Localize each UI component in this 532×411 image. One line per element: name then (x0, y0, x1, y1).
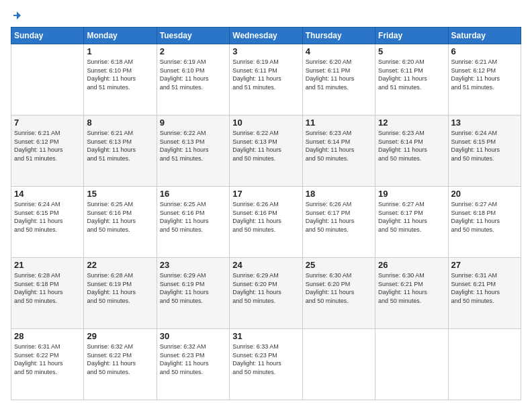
cell-info: Sunrise: 6:20 AM Sunset: 6:11 PM Dayligh… (378, 58, 445, 91)
header-day-tuesday: Tuesday (157, 28, 229, 44)
cell-info: Sunrise: 6:21 AM Sunset: 6:12 PM Dayligh… (14, 129, 81, 163)
cell-info: Sunrise: 6:30 AM Sunset: 6:21 PM Dayligh… (378, 271, 445, 305)
cell-info: Sunrise: 6:29 AM Sunset: 6:19 PM Dayligh… (160, 271, 226, 305)
cell-info: Sunrise: 6:21 AM Sunset: 6:13 PM Dayligh… (87, 129, 153, 163)
calendar-cell: 31Sunrise: 6:33 AM Sunset: 6:23 PM Dayli… (230, 329, 302, 400)
calendar-cell: 9Sunrise: 6:22 AM Sunset: 6:13 PM Daylig… (157, 116, 229, 187)
calendar-cell: 17Sunrise: 6:26 AM Sunset: 6:16 PM Dayli… (230, 187, 302, 258)
day-number: 12 (378, 118, 445, 128)
calendar-cell: 19Sunrise: 6:27 AM Sunset: 6:17 PM Dayli… (375, 187, 448, 258)
day-number: 24 (232, 260, 299, 270)
logo (11, 11, 21, 20)
day-number: 3 (232, 46, 299, 56)
calendar-cell: 13Sunrise: 6:24 AM Sunset: 6:15 PM Dayli… (448, 116, 521, 187)
calendar-week-3: 14Sunrise: 6:24 AM Sunset: 6:15 PM Dayli… (11, 187, 521, 258)
day-number: 30 (160, 331, 226, 341)
day-number: 13 (451, 118, 518, 128)
calendar-cell: 27Sunrise: 6:31 AM Sunset: 6:21 PM Dayli… (448, 258, 521, 329)
cell-info: Sunrise: 6:25 AM Sunset: 6:16 PM Dayligh… (160, 200, 226, 234)
day-number: 20 (451, 189, 518, 199)
cell-info: Sunrise: 6:32 AM Sunset: 6:22 PM Dayligh… (87, 342, 153, 376)
calendar-cell: 14Sunrise: 6:24 AM Sunset: 6:15 PM Dayli… (11, 187, 84, 258)
day-number: 21 (14, 260, 81, 270)
calendar-cell: 7Sunrise: 6:21 AM Sunset: 6:12 PM Daylig… (11, 116, 84, 187)
day-number: 19 (378, 189, 445, 199)
calendar-header-row: SundayMondayTuesdayWednesdayThursdayFrid… (11, 28, 521, 44)
day-number: 31 (232, 331, 299, 341)
calendar-cell (375, 329, 448, 400)
day-number: 15 (87, 189, 153, 199)
cell-info: Sunrise: 6:25 AM Sunset: 6:16 PM Dayligh… (87, 200, 153, 234)
calendar-cell (448, 329, 521, 400)
calendar-cell: 2Sunrise: 6:19 AM Sunset: 6:10 PM Daylig… (157, 44, 229, 116)
calendar-cell: 16Sunrise: 6:25 AM Sunset: 6:16 PM Dayli… (157, 187, 229, 258)
day-number: 27 (451, 260, 518, 270)
day-number: 5 (378, 46, 445, 56)
cell-info: Sunrise: 6:29 AM Sunset: 6:20 PM Dayligh… (232, 271, 299, 305)
calendar-cell: 22Sunrise: 6:28 AM Sunset: 6:19 PM Dayli… (84, 258, 157, 329)
cell-info: Sunrise: 6:19 AM Sunset: 6:10 PM Dayligh… (160, 58, 226, 91)
calendar-cell: 5Sunrise: 6:20 AM Sunset: 6:11 PM Daylig… (375, 44, 448, 116)
calendar-cell: 12Sunrise: 6:23 AM Sunset: 6:14 PM Dayli… (375, 116, 448, 187)
cell-info: Sunrise: 6:23 AM Sunset: 6:14 PM Dayligh… (378, 129, 445, 163)
calendar-cell: 8Sunrise: 6:21 AM Sunset: 6:13 PM Daylig… (84, 116, 157, 187)
cell-info: Sunrise: 6:19 AM Sunset: 6:11 PM Dayligh… (232, 58, 299, 91)
cell-info: Sunrise: 6:27 AM Sunset: 6:17 PM Dayligh… (378, 200, 445, 234)
header-day-friday: Friday (375, 28, 448, 44)
calendar-cell: 1Sunrise: 6:18 AM Sunset: 6:10 PM Daylig… (84, 44, 157, 116)
calendar-cell (11, 44, 84, 116)
day-number: 8 (87, 118, 153, 128)
calendar-cell: 21Sunrise: 6:28 AM Sunset: 6:18 PM Dayli… (11, 258, 84, 329)
cell-info: Sunrise: 6:21 AM Sunset: 6:12 PM Dayligh… (451, 58, 518, 91)
cell-info: Sunrise: 6:26 AM Sunset: 6:17 PM Dayligh… (306, 200, 372, 234)
calendar-week-1: 1Sunrise: 6:18 AM Sunset: 6:10 PM Daylig… (11, 44, 521, 116)
day-number: 11 (306, 118, 372, 128)
cell-info: Sunrise: 6:31 AM Sunset: 6:22 PM Dayligh… (14, 342, 81, 376)
cell-info: Sunrise: 6:23 AM Sunset: 6:14 PM Dayligh… (306, 129, 372, 163)
calendar-cell: 4Sunrise: 6:20 AM Sunset: 6:11 PM Daylig… (302, 44, 375, 116)
calendar-week-2: 7Sunrise: 6:21 AM Sunset: 6:12 PM Daylig… (11, 116, 521, 187)
day-number: 2 (160, 46, 226, 56)
cell-info: Sunrise: 6:18 AM Sunset: 6:10 PM Dayligh… (87, 58, 153, 91)
calendar-week-5: 28Sunrise: 6:31 AM Sunset: 6:22 PM Dayli… (11, 329, 521, 400)
day-number: 9 (160, 118, 226, 128)
day-number: 22 (87, 260, 153, 270)
calendar-cell: 3Sunrise: 6:19 AM Sunset: 6:11 PM Daylig… (230, 44, 302, 116)
header-day-thursday: Thursday (302, 28, 375, 44)
calendar-cell: 24Sunrise: 6:29 AM Sunset: 6:20 PM Dayli… (230, 258, 302, 329)
day-number: 4 (306, 46, 372, 56)
header-day-monday: Monday (84, 28, 157, 44)
day-number: 16 (160, 189, 226, 199)
day-number: 25 (306, 260, 372, 270)
cell-info: Sunrise: 6:22 AM Sunset: 6:13 PM Dayligh… (160, 129, 226, 163)
cell-info: Sunrise: 6:30 AM Sunset: 6:20 PM Dayligh… (306, 271, 372, 305)
day-number: 28 (14, 331, 81, 341)
day-number: 26 (378, 260, 445, 270)
calendar-cell: 15Sunrise: 6:25 AM Sunset: 6:16 PM Dayli… (84, 187, 157, 258)
page: SundayMondayTuesdayWednesdayThursdayFrid… (0, 0, 532, 411)
day-number: 17 (232, 189, 299, 199)
cell-info: Sunrise: 6:28 AM Sunset: 6:18 PM Dayligh… (14, 271, 81, 305)
calendar-cell: 28Sunrise: 6:31 AM Sunset: 6:22 PM Dayli… (11, 329, 84, 400)
cell-info: Sunrise: 6:20 AM Sunset: 6:11 PM Dayligh… (306, 58, 372, 91)
cell-info: Sunrise: 6:31 AM Sunset: 6:21 PM Dayligh… (451, 271, 518, 305)
header-day-saturday: Saturday (448, 28, 521, 44)
calendar-table: SundayMondayTuesdayWednesdayThursdayFrid… (11, 27, 521, 400)
calendar-cell: 10Sunrise: 6:22 AM Sunset: 6:13 PM Dayli… (230, 116, 302, 187)
calendar-cell: 18Sunrise: 6:26 AM Sunset: 6:17 PM Dayli… (302, 187, 375, 258)
calendar-cell: 20Sunrise: 6:27 AM Sunset: 6:18 PM Dayli… (448, 187, 521, 258)
calendar-cell: 30Sunrise: 6:32 AM Sunset: 6:23 PM Dayli… (157, 329, 229, 400)
header (11, 11, 521, 20)
calendar-cell: 29Sunrise: 6:32 AM Sunset: 6:22 PM Dayli… (84, 329, 157, 400)
day-number: 1 (87, 46, 153, 56)
calendar-cell: 26Sunrise: 6:30 AM Sunset: 6:21 PM Dayli… (375, 258, 448, 329)
calendar-week-4: 21Sunrise: 6:28 AM Sunset: 6:18 PM Dayli… (11, 258, 521, 329)
cell-info: Sunrise: 6:24 AM Sunset: 6:15 PM Dayligh… (451, 129, 518, 163)
day-number: 18 (306, 189, 372, 199)
cell-info: Sunrise: 6:24 AM Sunset: 6:15 PM Dayligh… (14, 200, 81, 234)
calendar-cell: 25Sunrise: 6:30 AM Sunset: 6:20 PM Dayli… (302, 258, 375, 329)
calendar-cell (302, 329, 375, 400)
logo-icon (12, 11, 21, 20)
header-day-wednesday: Wednesday (230, 28, 302, 44)
day-number: 6 (451, 46, 518, 56)
